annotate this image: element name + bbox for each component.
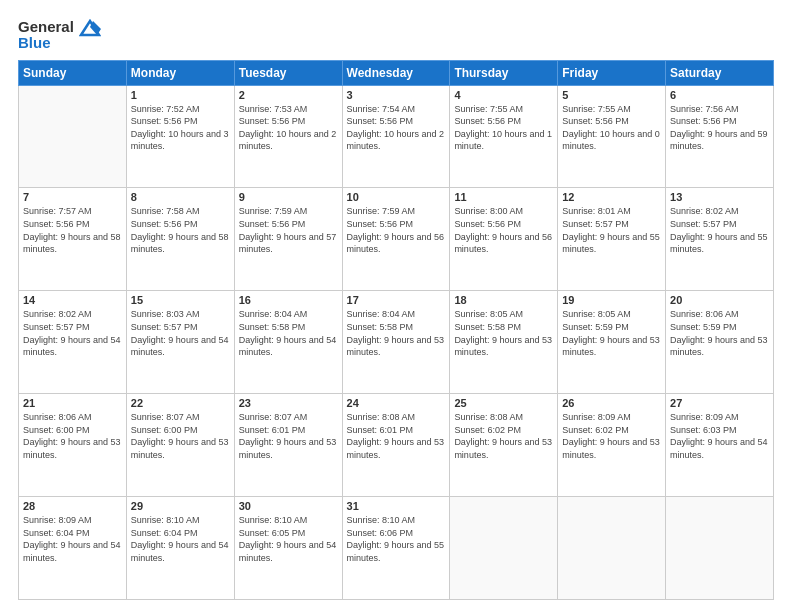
sunrise-text: Sunrise: 8:09 AM (562, 411, 661, 424)
day-cell: 8 Sunrise: 7:58 AM Sunset: 5:56 PM Dayli… (126, 188, 234, 291)
day-cell (666, 497, 774, 600)
day-number: 25 (454, 397, 553, 409)
day-number: 27 (670, 397, 769, 409)
day-info: Sunrise: 8:01 AM Sunset: 5:57 PM Dayligh… (562, 205, 661, 255)
sunrise-text: Sunrise: 8:10 AM (131, 514, 230, 527)
daylight-text: Daylight: 9 hours and 53 minutes. (347, 334, 446, 359)
daylight-text: Daylight: 9 hours and 53 minutes. (347, 436, 446, 461)
weekday-header-tuesday: Tuesday (234, 60, 342, 85)
day-number: 23 (239, 397, 338, 409)
day-cell: 9 Sunrise: 7:59 AM Sunset: 5:56 PM Dayli… (234, 188, 342, 291)
sunset-text: Sunset: 5:57 PM (562, 218, 661, 231)
daylight-text: Daylight: 9 hours and 58 minutes. (23, 231, 122, 256)
sunrise-text: Sunrise: 7:55 AM (454, 103, 553, 116)
daylight-text: Daylight: 9 hours and 56 minutes. (347, 231, 446, 256)
day-info: Sunrise: 8:08 AM Sunset: 6:01 PM Dayligh… (347, 411, 446, 461)
day-cell: 6 Sunrise: 7:56 AM Sunset: 5:56 PM Dayli… (666, 85, 774, 188)
day-number: 2 (239, 89, 338, 101)
sunrise-text: Sunrise: 7:54 AM (347, 103, 446, 116)
day-info: Sunrise: 8:06 AM Sunset: 5:59 PM Dayligh… (670, 308, 769, 358)
sunset-text: Sunset: 6:04 PM (23, 527, 122, 540)
week-row-2: 7 Sunrise: 7:57 AM Sunset: 5:56 PM Dayli… (19, 188, 774, 291)
day-info: Sunrise: 8:06 AM Sunset: 6:00 PM Dayligh… (23, 411, 122, 461)
day-cell (558, 497, 666, 600)
day-cell: 13 Sunrise: 8:02 AM Sunset: 5:57 PM Dayl… (666, 188, 774, 291)
day-number: 4 (454, 89, 553, 101)
sunset-text: Sunset: 5:56 PM (454, 218, 553, 231)
logo-blue: Blue (18, 35, 101, 52)
day-info: Sunrise: 7:57 AM Sunset: 5:56 PM Dayligh… (23, 205, 122, 255)
daylight-text: Daylight: 9 hours and 54 minutes. (131, 539, 230, 564)
daylight-text: Daylight: 10 hours and 1 minute. (454, 128, 553, 153)
sunset-text: Sunset: 6:02 PM (454, 424, 553, 437)
day-number: 11 (454, 191, 553, 203)
day-number: 22 (131, 397, 230, 409)
day-number: 28 (23, 500, 122, 512)
day-number: 19 (562, 294, 661, 306)
sunset-text: Sunset: 5:56 PM (239, 115, 338, 128)
daylight-text: Daylight: 10 hours and 3 minutes. (131, 128, 230, 153)
day-cell: 19 Sunrise: 8:05 AM Sunset: 5:59 PM Dayl… (558, 291, 666, 394)
day-number: 16 (239, 294, 338, 306)
daylight-text: Daylight: 9 hours and 53 minutes. (131, 436, 230, 461)
day-info: Sunrise: 8:05 AM Sunset: 5:58 PM Dayligh… (454, 308, 553, 358)
sunrise-text: Sunrise: 8:05 AM (454, 308, 553, 321)
day-cell (19, 85, 127, 188)
day-cell: 10 Sunrise: 7:59 AM Sunset: 5:56 PM Dayl… (342, 188, 450, 291)
day-number: 24 (347, 397, 446, 409)
sunrise-text: Sunrise: 8:02 AM (23, 308, 122, 321)
daylight-text: Daylight: 9 hours and 59 minutes. (670, 128, 769, 153)
day-info: Sunrise: 7:55 AM Sunset: 5:56 PM Dayligh… (454, 103, 553, 153)
daylight-text: Daylight: 9 hours and 54 minutes. (23, 539, 122, 564)
sunrise-text: Sunrise: 8:05 AM (562, 308, 661, 321)
daylight-text: Daylight: 9 hours and 55 minutes. (562, 231, 661, 256)
day-number: 13 (670, 191, 769, 203)
sunrise-text: Sunrise: 8:02 AM (670, 205, 769, 218)
logo: General Blue (18, 18, 101, 52)
sunrise-text: Sunrise: 8:08 AM (454, 411, 553, 424)
day-cell: 22 Sunrise: 8:07 AM Sunset: 6:00 PM Dayl… (126, 394, 234, 497)
daylight-text: Daylight: 9 hours and 55 minutes. (347, 539, 446, 564)
day-cell: 21 Sunrise: 8:06 AM Sunset: 6:00 PM Dayl… (19, 394, 127, 497)
sunset-text: Sunset: 5:59 PM (670, 321, 769, 334)
sunrise-text: Sunrise: 7:58 AM (131, 205, 230, 218)
day-info: Sunrise: 7:54 AM Sunset: 5:56 PM Dayligh… (347, 103, 446, 153)
day-info: Sunrise: 8:10 AM Sunset: 6:05 PM Dayligh… (239, 514, 338, 564)
day-info: Sunrise: 8:04 AM Sunset: 5:58 PM Dayligh… (239, 308, 338, 358)
day-cell: 16 Sunrise: 8:04 AM Sunset: 5:58 PM Dayl… (234, 291, 342, 394)
day-cell: 23 Sunrise: 8:07 AM Sunset: 6:01 PM Dayl… (234, 394, 342, 497)
sunset-text: Sunset: 5:56 PM (23, 218, 122, 231)
day-cell: 29 Sunrise: 8:10 AM Sunset: 6:04 PM Dayl… (126, 497, 234, 600)
sunrise-text: Sunrise: 7:59 AM (239, 205, 338, 218)
day-info: Sunrise: 8:07 AM Sunset: 6:00 PM Dayligh… (131, 411, 230, 461)
sunrise-text: Sunrise: 8:06 AM (23, 411, 122, 424)
day-cell: 20 Sunrise: 8:06 AM Sunset: 5:59 PM Dayl… (666, 291, 774, 394)
day-info: Sunrise: 8:00 AM Sunset: 5:56 PM Dayligh… (454, 205, 553, 255)
day-cell: 15 Sunrise: 8:03 AM Sunset: 5:57 PM Dayl… (126, 291, 234, 394)
day-cell: 30 Sunrise: 8:10 AM Sunset: 6:05 PM Dayl… (234, 497, 342, 600)
day-number: 9 (239, 191, 338, 203)
sunset-text: Sunset: 5:57 PM (131, 321, 230, 334)
day-info: Sunrise: 8:07 AM Sunset: 6:01 PM Dayligh… (239, 411, 338, 461)
daylight-text: Daylight: 9 hours and 53 minutes. (454, 334, 553, 359)
day-number: 7 (23, 191, 122, 203)
day-number: 20 (670, 294, 769, 306)
day-cell: 12 Sunrise: 8:01 AM Sunset: 5:57 PM Dayl… (558, 188, 666, 291)
week-row-5: 28 Sunrise: 8:09 AM Sunset: 6:04 PM Dayl… (19, 497, 774, 600)
day-number: 17 (347, 294, 446, 306)
sunrise-text: Sunrise: 7:57 AM (23, 205, 122, 218)
sunset-text: Sunset: 5:56 PM (131, 218, 230, 231)
sunset-text: Sunset: 6:00 PM (23, 424, 122, 437)
daylight-text: Daylight: 9 hours and 54 minutes. (239, 334, 338, 359)
sunrise-text: Sunrise: 8:10 AM (347, 514, 446, 527)
sunset-text: Sunset: 5:56 PM (454, 115, 553, 128)
weekday-header-sunday: Sunday (19, 60, 127, 85)
daylight-text: Daylight: 9 hours and 53 minutes. (23, 436, 122, 461)
day-cell: 3 Sunrise: 7:54 AM Sunset: 5:56 PM Dayli… (342, 85, 450, 188)
sunset-text: Sunset: 5:57 PM (670, 218, 769, 231)
day-cell: 5 Sunrise: 7:55 AM Sunset: 5:56 PM Dayli… (558, 85, 666, 188)
sunset-text: Sunset: 5:56 PM (239, 218, 338, 231)
day-cell: 1 Sunrise: 7:52 AM Sunset: 5:56 PM Dayli… (126, 85, 234, 188)
sunset-text: Sunset: 5:58 PM (239, 321, 338, 334)
daylight-text: Daylight: 9 hours and 53 minutes. (670, 334, 769, 359)
